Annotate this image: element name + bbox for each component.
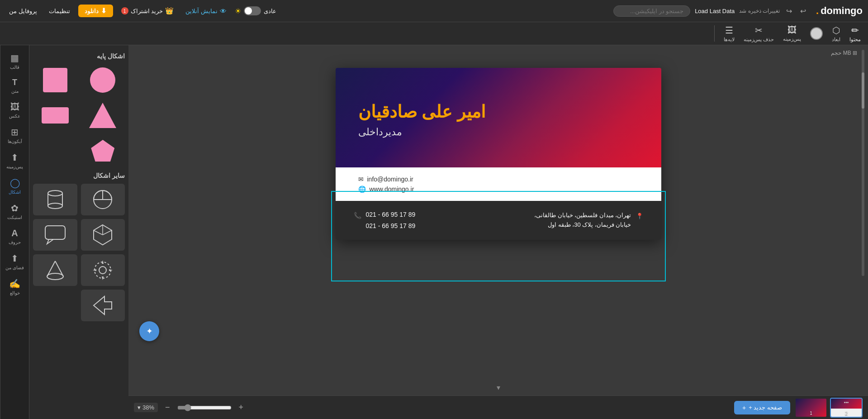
bg-icon: ⬆	[11, 152, 19, 163]
location-icon: 📍	[636, 212, 643, 221]
zoom-out-button[interactable]: −	[162, 402, 173, 413]
canvas-area: حجم MB ⊞ امیر علی صادقیان مدیرداخلی	[128, 45, 868, 419]
size-label: حجم MB ⊞	[831, 50, 859, 56]
profile-button[interactable]: پروفایل من	[5, 6, 41, 16]
shape-cube[interactable]	[81, 219, 125, 251]
shapes-panel: اشکال پایه سایر اشکال	[29, 45, 128, 419]
triangle-shape	[89, 103, 116, 128]
shape-triangle[interactable]	[81, 100, 125, 131]
zoom-in-button[interactable]: +	[236, 402, 247, 413]
toolbar-background[interactable]: 🖼 پس‌زمینه	[783, 25, 801, 42]
toolbar-dimensions[interactable]: ⬡ ابعاد	[832, 25, 840, 43]
page-thumb-2[interactable]: ••• 2	[830, 398, 863, 418]
background-label: پس‌زمینه	[783, 36, 801, 42]
address-line2: خیابان فریمان، پلاک 30، طبقه اول	[534, 220, 631, 230]
shape-square[interactable]	[33, 64, 77, 96]
phone1: 021 - 66 95 17 89	[366, 209, 416, 220]
sidebar-item-icons[interactable]: ⊞ آیکون‌ها	[0, 123, 29, 148]
sidebar-item-sticker[interactable]: ✿ استیکت	[0, 199, 29, 224]
sun-icon: ☀	[235, 7, 241, 15]
font-icon: A	[11, 228, 18, 238]
email-icon: ✉	[358, 176, 364, 183]
background-color-picker[interactable]	[810, 27, 823, 40]
templates2-label: خوالع	[10, 290, 20, 295]
mode-label: عادی	[264, 8, 276, 14]
save-status: تغییرات ذخیره شد	[739, 8, 780, 14]
pie-svg	[91, 188, 114, 211]
shape-gear[interactable]	[81, 254, 125, 286]
canvas-scrollbar[interactable]	[862, 50, 864, 276]
shape-arrow[interactable]	[81, 290, 125, 321]
shape-speech-bubble[interactable]	[33, 219, 77, 251]
zoom-display[interactable]: ▾ 38%	[134, 403, 158, 412]
size-icon: ⊞	[853, 50, 857, 56]
sidebar-item-background[interactable]: ⬆ پس‌زمینه	[0, 148, 29, 173]
gear-svg	[91, 258, 114, 282]
download-icon: ⬇	[101, 7, 107, 15]
load-last-data-button[interactable]: Load Last Data	[695, 8, 735, 14]
shape-cylinder[interactable]	[33, 184, 77, 215]
svg-point-12	[95, 262, 111, 278]
arrow-svg	[91, 294, 114, 317]
card-title: مدیرداخلی	[358, 126, 402, 138]
online-display-button[interactable]: 👁 نمایش آنلاین	[182, 5, 230, 17]
website-text: www.domingo.ir	[370, 186, 414, 193]
toolbar-delete-bg[interactable]: ✂ حذف پس‌زمینه	[744, 25, 774, 43]
business-card[interactable]: امیر علی صادقیان مدیرداخلی ✉ info@doming…	[336, 68, 661, 240]
sticker-icon: ✿	[11, 203, 19, 214]
page-2-label: 2	[845, 411, 848, 416]
shape-pie[interactable]	[81, 184, 125, 215]
svg-point-1	[48, 190, 62, 196]
logo-dot: .	[816, 5, 819, 17]
crown-icon: 👑	[165, 7, 174, 15]
svg-point-11	[99, 267, 106, 274]
sidebar-item-font[interactable]: A حروف	[0, 224, 29, 248]
undo-button[interactable]: ↩	[798, 6, 808, 16]
main-layout: حجم MB ⊞ امیر علی صادقیان مدیرداخلی	[0, 45, 868, 419]
sidebar-item-text[interactable]: T متن	[0, 74, 29, 97]
plus-icon: +	[742, 404, 746, 411]
page-thumb-1[interactable]: 1	[795, 398, 827, 418]
myspace-label: فضای من	[5, 265, 24, 270]
canvas-scroll[interactable]: حجم MB ⊞ امیر علی صادقیان مدیرداخلی	[128, 45, 868, 395]
settings-button[interactable]: تنظیمات	[45, 6, 74, 16]
magic-button[interactable]: ✦	[139, 321, 159, 341]
sticker-label: استیکت	[7, 215, 22, 220]
cube-svg	[91, 223, 114, 247]
far-right-sidebar: ▦ قالب T متن 🖼 عکس ⊞ آیکون‌ها ⬆ پس‌زمینه…	[0, 45, 29, 419]
download-button[interactable]: ⬇ دانلود	[78, 5, 113, 17]
sidebar-item-template[interactable]: ▦ قالب	[0, 49, 29, 73]
bg-label: پس‌زمینه	[6, 164, 23, 169]
icons-label: آیکون‌ها	[8, 139, 22, 144]
add-page-button[interactable]: + + صفحه جدید	[734, 401, 790, 414]
toolbar-layers[interactable]: ☰ لایه‌ها	[724, 25, 735, 43]
svg-point-13	[47, 273, 63, 280]
circle-shape	[90, 67, 115, 93]
sidebar-item-templates2[interactable]: ✍ خوالع	[0, 275, 29, 299]
redo-button[interactable]: ↪	[784, 6, 794, 16]
sidebar-item-photo[interactable]: 🖼 عکس	[0, 98, 29, 122]
text-icon: T	[12, 78, 17, 87]
shape-rect[interactable]	[33, 100, 77, 131]
mode-switch[interactable]	[244, 6, 261, 15]
other-shapes-grid	[33, 184, 125, 321]
card-phone: 📞 021 - 66 95 17 89 021 - 66 95 17 89	[354, 209, 416, 232]
delete-bg-label: حذف پس‌زمینه	[744, 37, 774, 43]
sidebar-item-shapes[interactable]: ◯ اشکال	[0, 174, 29, 198]
photo-icon: 🖼	[10, 102, 19, 112]
shape-cone[interactable]	[33, 254, 77, 286]
shapes-label: اشکال	[9, 190, 21, 195]
sidebar-item-myspace[interactable]: ⬆ فضای من	[0, 249, 29, 274]
zoom-down-icon: ▾	[138, 404, 141, 411]
shapes-icon: ◯	[10, 177, 20, 188]
search-input[interactable]	[613, 5, 690, 17]
toolbar-content[interactable]: ✏ محتوا	[849, 25, 861, 43]
phone2: 021 - 66 95 17 89	[366, 220, 416, 232]
svg-marker-10	[47, 239, 53, 244]
shape-circle[interactable]	[81, 64, 125, 96]
zoom-value: 38%	[142, 404, 154, 411]
zoom-slider[interactable]	[177, 404, 232, 411]
buy-subscription-button[interactable]: 👑 خرید اشتراک 1	[118, 5, 178, 17]
shape-pentagon[interactable]	[81, 135, 125, 167]
content-icon: ✏	[851, 25, 859, 36]
